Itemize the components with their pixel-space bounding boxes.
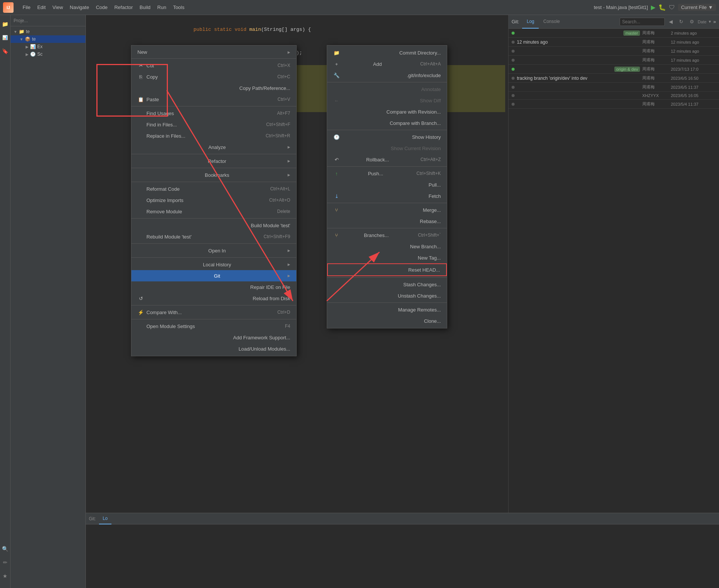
menu-view[interactable]: View [49, 3, 66, 12]
tree-sc[interactable]: ▶ 🕐 Sc [11, 50, 85, 58]
rebase-icon [333, 218, 340, 225]
local-history-icon [137, 261, 144, 268]
tree-item-test[interactable]: ▼ 📦 te [11, 35, 85, 43]
dropdown-arrow-icon[interactable]: ▼ [708, 5, 713, 10]
git-stash[interactable]: Stash Changes... [327, 279, 447, 290]
git-new-branch[interactable]: New Branch... [327, 241, 447, 252]
ctx-open-in[interactable]: Open In [131, 245, 296, 256]
project-icon[interactable]: 📁 [0, 18, 11, 30]
git-icon [137, 272, 144, 279]
ctx-load-modules[interactable]: Load/Unload Modules... [131, 343, 296, 354]
git-manage-remotes[interactable]: Manage Remotes... [327, 304, 447, 315]
git-new-tag[interactable]: New Tag... [327, 252, 447, 263]
ctx-find-usages[interactable]: Find Usages Alt+F7 [131, 108, 296, 119]
ctx-new[interactable]: New [131, 47, 296, 57]
git-annotate: Annotate [327, 84, 447, 95]
ctx-module-settings-shortcut: F4 [277, 324, 290, 329]
ctx-analyze[interactable]: Analyze [131, 141, 296, 153]
ctx-copy[interactable]: ⎘ Copy Ctrl+C [131, 71, 296, 82]
search-icon[interactable]: 🔍 [0, 543, 11, 555]
tree-ex-label: Ex [37, 44, 43, 49]
git-compare-branch[interactable]: Compare with Branch... [327, 117, 447, 129]
git-unstash[interactable]: Unstash Changes... [327, 290, 447, 301]
ctx-sep-7 [131, 243, 296, 244]
ctx-rebuild-module-label: Rebuild Module 'test' [146, 234, 192, 240]
ctx-build-module[interactable]: Build Module 'test' [131, 220, 296, 231]
new-tag-icon [333, 254, 340, 261]
annotate-icon [333, 86, 340, 93]
paste-icon: 📋 [137, 96, 144, 103]
git-info-exclude-label: .git/info/exclude [407, 73, 441, 78]
ctx-module-settings[interactable]: Open Module Settings F4 [131, 321, 296, 332]
ctx-remove-module-label: Remove Module [146, 209, 182, 214]
git-merge[interactable]: ⑂ Merge... [327, 204, 447, 216]
reset-head-icon [334, 266, 341, 273]
git-show-history[interactable]: 🕐 Show History [327, 131, 447, 143]
git-reset-head[interactable]: Reset HEAD... [327, 263, 447, 276]
ctx-find-files-label: Find in Files... [146, 122, 177, 128]
ctx-reformat[interactable]: Reformat Code Ctrl+Alt+L [131, 183, 296, 194]
ctx-add-framework[interactable]: Add Framework Support... [131, 332, 296, 343]
git-show-diff-label: Show Diff [420, 98, 441, 103]
git-add[interactable]: + Add Ctrl+Alt+A [327, 58, 447, 70]
ctx-reformat-shortcut: Ctrl+Alt+L [263, 186, 290, 191]
ctx-find-files[interactable]: Find in Files... Ctrl+Shift+F [131, 119, 296, 130]
ctx-find-files-shortcut: Ctrl+Shift+F [259, 122, 290, 127]
git-branches[interactable]: ⑂ Branches... Ctrl+Shift+` [327, 229, 447, 241]
ctx-remove-module[interactable]: Remove Module Delete [131, 206, 296, 217]
menu-navigate[interactable]: Navigate [67, 3, 92, 12]
repo-icon[interactable]: 📊 [0, 32, 11, 44]
coverage-button[interactable]: 🛡 [669, 4, 675, 11]
reload-disk-icon: ↺ [137, 295, 144, 302]
git-rebase[interactable]: Rebase... [327, 216, 447, 227]
bookmarks-icon[interactable]: 🔖 [0, 45, 11, 57]
run-button[interactable]: ▶ [651, 4, 655, 11]
menu-file[interactable]: File [20, 3, 34, 12]
ctx-reload-disk-label: Reload from Disk [253, 296, 290, 301]
new-branch-icon [333, 243, 340, 250]
git-branches-shortcut: Ctrl+Shift+` [410, 232, 441, 238]
ctx-module-settings-label: Open Module Settings [146, 324, 195, 329]
ctx-copy-path[interactable]: Copy Path/Reference... [131, 82, 296, 94]
menu-refactor[interactable]: Refactor [111, 3, 136, 12]
git-clone[interactable]: Clone... [327, 315, 447, 327]
git-rollback[interactable]: ↶ Rollback... Ctrl+Alt+Z [327, 154, 447, 165]
menu-code[interactable]: Code [93, 3, 111, 12]
menu-edit[interactable]: Edit [34, 3, 49, 12]
git-info-exclude[interactable]: 🔧 .git/info/exclude [327, 70, 447, 81]
ctx-bookmarks[interactable]: Bookmarks [131, 169, 296, 181]
ctx-optimize[interactable]: Optimize Imports Ctrl+Alt+O [131, 194, 296, 206]
ctx-reload-disk[interactable]: ↺ Reload from Disk [131, 293, 296, 304]
star-icon[interactable]: ★ [0, 570, 11, 582]
menu-tools[interactable]: Tools [170, 3, 187, 12]
ctx-local-history[interactable]: Local History [131, 259, 296, 270]
menu-build[interactable]: Build [137, 3, 154, 12]
ctx-cut[interactable]: ✂ Cut Ctrl+X [131, 60, 296, 71]
build-module-icon [137, 222, 144, 229]
ctx-local-history-label: Local History [203, 262, 231, 267]
ctx-replace-files[interactable]: Replace in Files... Ctrl+Shift+R [131, 130, 296, 141]
tree-ex[interactable]: ▶ 📊 Ex [11, 43, 85, 50]
ctx-repair-ide[interactable]: Repair IDE on File [131, 281, 296, 293]
tree-expand-icon: ▼ [20, 37, 23, 41]
menu-run[interactable]: Run [154, 3, 169, 12]
git-commit-dir[interactable]: 📁 Commit Directory... [327, 47, 447, 58]
stash-icon [333, 281, 340, 288]
git-fetch[interactable]: ⤓ Fetch [327, 190, 447, 202]
ctx-add-framework-label: Add Framework Support... [233, 335, 290, 340]
git-pull[interactable]: Pull... [327, 179, 447, 190]
git-sep-6 [327, 277, 447, 278]
ctx-remove-module-shortcut: Delete [270, 209, 290, 214]
ctx-sep-6 [131, 218, 296, 219]
push-icon: ↑ [333, 170, 340, 177]
ctx-compare-with[interactable]: ⚡ Compare With... Ctrl+D [131, 307, 296, 318]
tree-root[interactable]: ▼ 📁 te [11, 28, 85, 35]
ctx-rebuild-module[interactable]: Rebuild Module 'test' Ctrl+Shift+F9 [131, 231, 296, 242]
git-push[interactable]: ↑ Push... Ctrl+Shift+K [327, 168, 447, 179]
debug-button[interactable]: 🐛 [658, 4, 666, 11]
edit-icon[interactable]: ✏ [0, 556, 11, 568]
ctx-git[interactable]: Git [131, 270, 296, 281]
git-compare-revision[interactable]: Compare with Revision... [327, 106, 447, 117]
ctx-paste[interactable]: 📋 Paste Ctrl+V [131, 94, 296, 105]
ctx-refactor[interactable]: Refactor [131, 155, 296, 167]
